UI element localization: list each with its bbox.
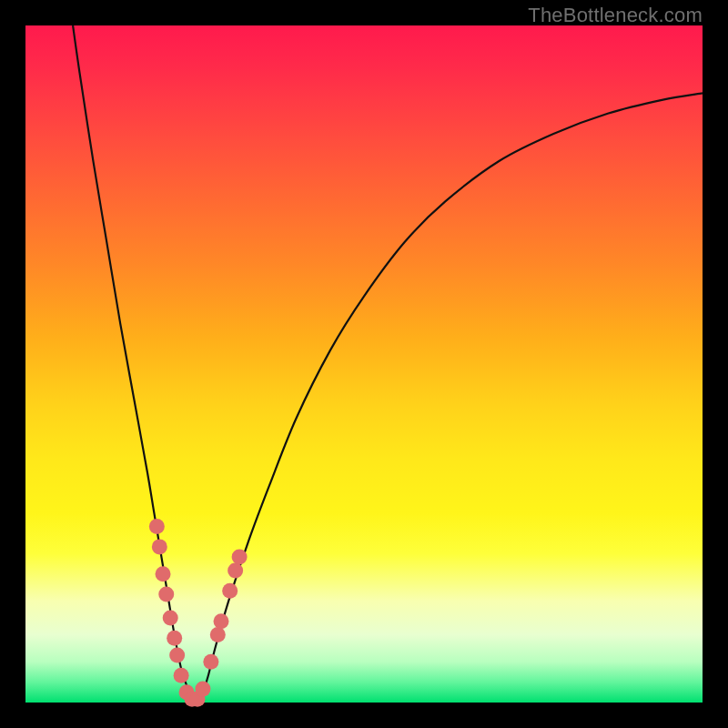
data-marker xyxy=(156,566,171,581)
marker-group xyxy=(149,519,248,707)
data-marker xyxy=(174,668,189,683)
data-marker xyxy=(167,631,182,646)
data-marker xyxy=(203,654,218,670)
data-marker xyxy=(163,611,178,626)
plot-area xyxy=(25,25,703,703)
data-marker xyxy=(214,613,229,629)
data-marker xyxy=(232,550,248,565)
chart-svg xyxy=(25,25,703,703)
watermark-text: TheBottleneck.com xyxy=(528,4,703,27)
data-marker xyxy=(169,647,185,662)
data-marker xyxy=(228,562,243,578)
data-marker xyxy=(158,586,174,602)
data-marker xyxy=(222,583,238,599)
chart-frame: TheBottleneck.com xyxy=(0,0,728,728)
data-marker xyxy=(210,627,226,642)
data-marker xyxy=(149,519,165,534)
data-marker xyxy=(195,682,210,697)
data-marker xyxy=(152,539,167,554)
